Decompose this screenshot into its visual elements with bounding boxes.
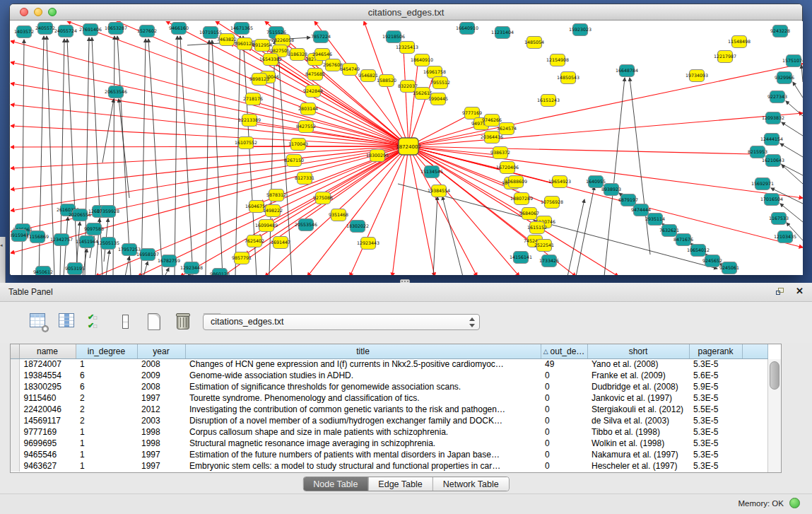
network-window-titlebar[interactable]: citations_edges.txt (10, 4, 802, 21)
table-cell[interactable]: 0 (541, 370, 587, 381)
graph-node[interactable]: 14850543 (557, 72, 579, 84)
graph-node[interactable]: 9243228 (770, 25, 790, 37)
table-cell[interactable]: Hescheler et al. (1997) (587, 460, 689, 472)
graph-node[interactable]: 9097588 (84, 223, 104, 235)
graph-node[interactable]: 1640955 (586, 176, 606, 188)
table-cell[interactable]: 18300295 (19, 381, 76, 392)
table-cell[interactable]: Estimation of the future numbers of pati… (185, 449, 541, 460)
graph-node[interactable]: 19218506 (382, 31, 405, 43)
table-cell[interactable]: 0 (541, 404, 587, 415)
table-cell[interactable]: 2 (76, 415, 137, 426)
graph-node[interactable]: 2803144 (298, 103, 318, 115)
table-cell[interactable]: 5.3E-5 (689, 449, 742, 460)
table-cell[interactable]: 2 (76, 404, 137, 415)
graph-node[interactable]: 9386372 (490, 147, 510, 159)
table-row[interactable]: 1872400712008Changes of HCN gene express… (11, 358, 767, 370)
table-cell[interactable]: 9463627 (19, 460, 76, 472)
select-columns-check-icon[interactable]: ✔□✔□ (88, 313, 106, 332)
table-cell[interactable]: 5.3E-5 (689, 438, 742, 449)
network-window[interactable]: citations_edges.txt 14035722405572240557… (9, 4, 803, 275)
graph-node[interactable]: 8912954 (252, 40, 272, 52)
graph-node[interactable]: 16648784 (616, 65, 638, 77)
table-cell[interactable]: 1 (76, 460, 137, 472)
graph-node[interactable]: 8454749 (340, 64, 360, 76)
delete-table-icon[interactable] (175, 313, 193, 332)
table-cell[interactable]: 2008 (137, 358, 185, 370)
graph-node[interactable]: 3624574 (497, 123, 517, 135)
graph-node[interactable]: 1170043 (288, 139, 308, 151)
graph-node[interactable]: 8475685 (305, 69, 325, 81)
table-cell[interactable]: 1 (76, 438, 137, 449)
graph-node[interactable]: 24055724 (54, 25, 77, 37)
node-table[interactable]: namein_degreeyeartitle△out_de…shortpager… (10, 344, 782, 473)
table-cell[interactable]: 0 (541, 460, 587, 472)
graph-node[interactable]: 7632621 (659, 225, 679, 237)
citation-network-graph[interactable]: 1403572240557224055724276914061065328715… (11, 21, 803, 275)
table-cell[interactable]: 0 (541, 449, 587, 460)
graph-node[interactable]: 16099489 (255, 220, 278, 232)
table-cell[interactable]: 5.3E-5 (689, 415, 742, 426)
table-cell[interactable]: 0 (541, 438, 587, 449)
graph-node[interactable]: 1615152 (527, 222, 547, 234)
tab-node-table[interactable]: Node Table (303, 477, 367, 491)
column-header-short[interactable]: short (587, 344, 689, 358)
table-cell[interactable]: 1997 (137, 460, 185, 472)
graph-node[interactable]: 27691406 (79, 24, 102, 36)
graph-node[interactable]: 16151243 (537, 95, 560, 107)
graph-node[interactable]: 12325413 (396, 42, 418, 54)
graph-node[interactable]: 1588520 (377, 75, 396, 87)
graph-node[interactable]: 1167533 (769, 213, 789, 225)
graph-node[interactable]: 8267150 (284, 155, 304, 167)
table-cell[interactable]: Corpus callosum shape and size in male p… (185, 426, 541, 438)
graph-node[interactable]: 1527602 (137, 25, 157, 37)
graph-node[interactable]: 1691447 (271, 237, 290, 249)
table-settings-icon[interactable] (30, 313, 48, 332)
graph-node[interactable]: 19734093 (686, 70, 708, 82)
graph-node[interactable]: 9857791 (232, 252, 252, 264)
table-cell[interactable]: Disruption of a novel member of a sodium… (185, 415, 541, 426)
column-header-blank[interactable] (742, 344, 767, 358)
graph-node[interactable]: 9474444 (631, 204, 651, 216)
tab-network-table[interactable]: Network Table (433, 477, 509, 491)
table-cell[interactable]: Tourette syndrome. Phenomenology and cla… (185, 392, 541, 404)
graph-node[interactable]: 12217987 (714, 51, 736, 63)
node-table-grid[interactable]: namein_degreeyeartitle△out_de…shortpager… (11, 344, 768, 472)
table-cell[interactable]: Embryonic stem cells: a model to study s… (185, 460, 541, 472)
graph-node[interactable]: 9450612 (33, 267, 53, 276)
graph-node[interactable]: 9275086 (313, 192, 333, 204)
graph-node[interactable]: 7857224 (311, 31, 331, 43)
table-cell[interactable]: Structural magnetic resonance image aver… (185, 438, 541, 449)
table-cell[interactable]: Changes of HCN gene expression and I(f) … (185, 358, 541, 370)
column-header-in_degree[interactable]: in_degree (76, 344, 137, 358)
table-cell[interactable]: Genome-wide association studies in ADHD. (185, 370, 541, 381)
graph-node[interactable]: 15692971 (751, 178, 774, 190)
graph-node[interactable]: 9351468 (329, 209, 348, 221)
float-panel-icon[interactable] (776, 288, 785, 296)
graph-node[interactable]: 14156141 (510, 252, 532, 264)
table-cell[interactable]: 1997 (137, 392, 185, 404)
table-cell[interactable]: 0 (541, 381, 587, 392)
graph-node[interactable]: 7625402 (245, 235, 264, 247)
graph-node[interactable]: 10756928 (541, 197, 563, 209)
graph-node[interactable]: 9329966 (775, 72, 794, 84)
graph-node[interactable]: 16720406 (496, 162, 519, 174)
table-cell[interactable]: 2012 (137, 404, 185, 415)
table-cell[interactable]: 9115460 (19, 392, 76, 404)
table-cell[interactable]: 1 (76, 358, 137, 370)
table-cell[interactable]: 5.3E-5 (689, 426, 742, 438)
table-cell[interactable]: 0 (541, 415, 587, 426)
table-cell[interactable]: 5.3E-5 (689, 392, 742, 404)
table-cell[interactable]: Dudbridge et al. (2008) (587, 381, 689, 392)
table-cell[interactable]: Estimation of significance thresholds fo… (185, 381, 541, 392)
table-cell[interactable]: Tibbo et al. (1998) (587, 426, 689, 438)
column-header-blank[interactable] (11, 344, 19, 358)
table-row[interactable]: 911546021997Tourette syndrome. Phenomeno… (11, 392, 767, 404)
graph-node[interactable]: 18807289 (510, 193, 533, 205)
graph-node[interactable]: 16210643 (762, 155, 784, 167)
graph-node[interactable]: 11231404 (491, 27, 514, 39)
graph-node[interactable]: 12505135 (97, 238, 119, 250)
network-canvas[interactable]: 1403572240557224055724276914061065328715… (11, 21, 803, 275)
graph-node[interactable]: 12444154 (760, 134, 783, 146)
column-header-pagerank[interactable]: pagerank (689, 344, 742, 358)
table-selector-dropdown[interactable]: citations_edges.txt (203, 314, 480, 330)
